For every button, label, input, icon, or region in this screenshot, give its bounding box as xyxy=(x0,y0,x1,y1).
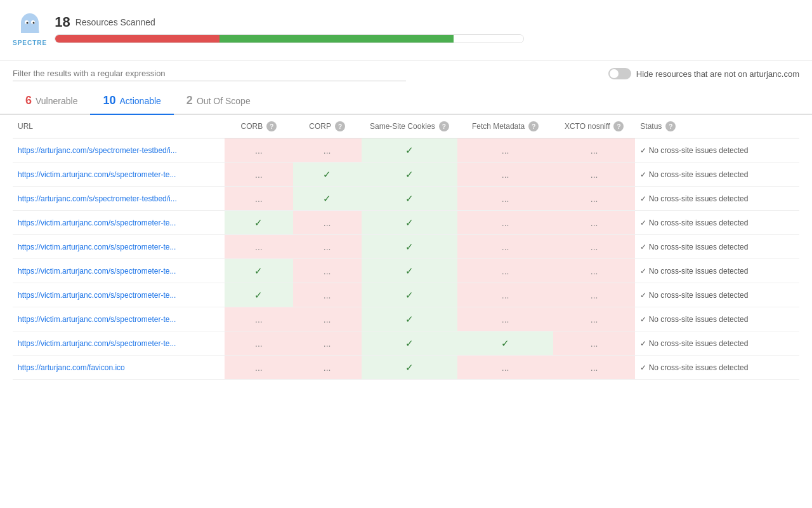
table-row[interactable]: https://victim.arturjanc.com/s/spectrome… xyxy=(13,283,799,307)
cell-col-corb: ... xyxy=(225,163,293,187)
dots-value: ... xyxy=(324,290,331,300)
table-row[interactable]: https://victim.arturjanc.com/s/spectrome… xyxy=(13,163,799,187)
table-row[interactable]: https://victim.arturjanc.com/s/spectrome… xyxy=(13,235,799,259)
xcto-help-icon[interactable]: ? xyxy=(613,121,624,131)
url-text[interactable]: https://victim.arturjanc.com/s/spectrome… xyxy=(18,291,208,300)
url-text[interactable]: https://arturjanc.com/s/spectrometer-tes… xyxy=(18,194,208,203)
dots-value: ... xyxy=(502,314,509,324)
cell-col-fm: ... xyxy=(457,187,553,211)
corp-help-icon[interactable]: ? xyxy=(335,121,345,131)
col-header-ssc: Same-Site Cookies ? xyxy=(362,115,458,138)
table-body: https://arturjanc.com/s/spectrometer-tes… xyxy=(13,138,799,380)
cell-col-corb: ... xyxy=(225,331,293,356)
corb-help-icon[interactable]: ? xyxy=(266,121,277,131)
cell-status: ✓ No cross-site issues detected xyxy=(635,356,799,380)
cell-col-fm: ... xyxy=(457,235,553,259)
cell-col-corp: ... xyxy=(293,283,362,307)
dots-value: ... xyxy=(502,363,509,373)
cell-status: ✓ No cross-site issues detected xyxy=(635,331,799,356)
cell-status: ✓ No cross-site issues detected xyxy=(635,138,799,163)
resources-info: 18 Resources Scanned xyxy=(55,14,799,43)
dots-value: ... xyxy=(502,242,509,252)
url-text[interactable]: https://victim.arturjanc.com/s/spectrome… xyxy=(18,267,208,276)
check-icon: ✓ xyxy=(405,362,414,373)
dots-value: ... xyxy=(591,266,598,276)
table-row[interactable]: https://arturjanc.com/s/spectrometer-tes… xyxy=(13,187,799,211)
dots-value: ... xyxy=(502,290,509,300)
table-row[interactable]: https://arturjanc.com/favicon.ico......✓… xyxy=(13,356,799,380)
check-icon: ✓ xyxy=(405,169,414,180)
dots-value: ... xyxy=(324,218,331,228)
tab-out-of-scope[interactable]: 2 Out Of Scope xyxy=(174,86,263,115)
cell-url: https://victim.arturjanc.com/s/spectrome… xyxy=(13,211,225,235)
cell-col-fm: ... xyxy=(457,356,553,380)
dots-value: ... xyxy=(324,338,331,349)
cell-col-corp: ... xyxy=(293,259,362,283)
fm-help-icon[interactable]: ? xyxy=(528,121,539,131)
table-row[interactable]: https://victim.arturjanc.com/s/spectrome… xyxy=(13,211,799,235)
url-text[interactable]: https://victim.arturjanc.com/s/spectrome… xyxy=(18,243,208,251)
ssc-help-icon[interactable]: ? xyxy=(439,121,449,131)
cell-status: ✓ No cross-site issues detected xyxy=(635,187,799,211)
cell-status: ✓ No cross-site issues detected xyxy=(635,259,799,283)
table-row[interactable]: https://arturjanc.com/s/spectrometer-tes… xyxy=(13,138,799,163)
filter-input[interactable] xyxy=(13,66,406,81)
cell-col-ssc: ✓ xyxy=(362,307,458,331)
url-text[interactable]: https://victim.arturjanc.com/s/spectrome… xyxy=(18,339,208,348)
table-row[interactable]: https://victim.arturjanc.com/s/spectrome… xyxy=(13,331,799,356)
cell-col-corp: ... xyxy=(293,331,362,356)
cell-col-corp: ... xyxy=(293,356,362,380)
col-header-xcto: XCTO nosniff ? xyxy=(553,115,635,138)
status-text: ✓ No cross-site issues detected xyxy=(640,315,794,324)
cell-url: https://victim.arturjanc.com/s/spectrome… xyxy=(13,163,225,187)
tab-out-of-scope-label: Out Of Scope xyxy=(197,96,251,106)
progress-empty xyxy=(454,35,524,43)
url-text[interactable]: https://arturjanc.com/s/spectrometer-tes… xyxy=(18,146,208,155)
dots-value: ... xyxy=(255,145,263,156)
logo-text: SPECTRE xyxy=(13,39,47,46)
cell-col-ssc: ✓ xyxy=(362,356,458,380)
cell-col-fm: ... xyxy=(457,163,553,187)
status-text: ✓ No cross-site issues detected xyxy=(640,339,794,348)
cell-col-corb: ... xyxy=(225,356,293,380)
cell-col-xcto: ... xyxy=(553,163,635,187)
url-text[interactable]: https://victim.arturjanc.com/s/spectrome… xyxy=(18,170,208,179)
tab-vulnerable[interactable]: 6 Vulnerable xyxy=(13,86,90,115)
cell-col-xcto: ... xyxy=(553,307,635,331)
cell-status: ✓ No cross-site issues detected xyxy=(635,283,799,307)
tab-vulnerable-num: 6 xyxy=(25,94,32,107)
cell-col-xcto: ... xyxy=(553,235,635,259)
dots-value: ... xyxy=(591,170,598,180)
tab-actionable-num: 10 xyxy=(103,94,115,107)
dots-value: ... xyxy=(324,242,331,252)
table-container: URL CORB ? CORP ? xyxy=(0,115,812,380)
cell-col-fm: ... xyxy=(457,307,553,331)
cell-col-fm: ... xyxy=(457,283,553,307)
url-text[interactable]: https://victim.arturjanc.com/s/spectrome… xyxy=(18,315,208,324)
tab-actionable-label: Actionable xyxy=(119,96,160,106)
dots-value: ... xyxy=(255,363,263,373)
table-row[interactable]: https://victim.arturjanc.com/s/spectrome… xyxy=(13,307,799,331)
dots-value: ... xyxy=(255,242,263,252)
cell-col-corb: ✓ xyxy=(225,259,293,283)
status-help-icon[interactable]: ? xyxy=(665,121,676,131)
dots-value: ... xyxy=(324,363,331,373)
cell-col-corb: ... xyxy=(225,187,293,211)
cell-col-corp: ... xyxy=(293,235,362,259)
cell-col-xcto: ... xyxy=(553,259,635,283)
url-text[interactable]: https://arturjanc.com/favicon.ico xyxy=(18,363,208,372)
col-header-corp: CORP ? xyxy=(293,115,362,138)
tab-actionable[interactable]: 10 Actionable xyxy=(90,86,173,115)
cell-url: https://victim.arturjanc.com/s/spectrome… xyxy=(13,283,225,307)
app-container: SPECTRE 18 Resources Scanned Hide re xyxy=(0,0,812,380)
table-row[interactable]: https://victim.arturjanc.com/s/spectrome… xyxy=(13,259,799,283)
cell-url: https://victim.arturjanc.com/s/spectrome… xyxy=(13,235,225,259)
cell-col-ssc: ✓ xyxy=(362,259,458,283)
cell-col-xcto: ... xyxy=(553,331,635,356)
cell-col-corp: ... xyxy=(293,138,362,163)
toggle-switch[interactable] xyxy=(608,68,631,79)
progress-green xyxy=(219,35,454,43)
check-icon: ✓ xyxy=(323,169,331,180)
cell-col-xcto: ... xyxy=(553,138,635,163)
url-text[interactable]: https://victim.arturjanc.com/s/spectrome… xyxy=(18,218,208,227)
